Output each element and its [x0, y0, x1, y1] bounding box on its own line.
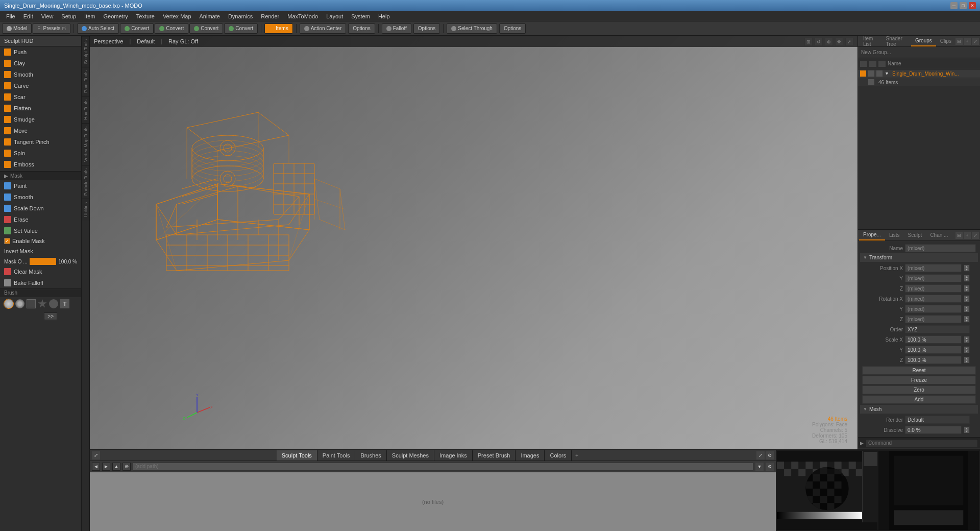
maximize-button[interactable]: □ — [960, 2, 967, 9]
sub-eye[interactable] — [868, 79, 874, 85]
path-up-btn[interactable]: ▲ — [112, 463, 120, 471]
panel-icon-1[interactable]: ⊞ — [955, 38, 963, 45]
vp-reset-btn[interactable]: ↺ — [815, 38, 823, 46]
path-back-btn[interactable]: ◄ — [92, 463, 100, 471]
brush-solid[interactable] — [4, 299, 13, 308]
tab-groups[interactable]: Groups — [911, 36, 936, 46]
menu-item[interactable]: Item — [80, 12, 99, 20]
position-x-stepper[interactable]: ▲ ▼ — [964, 264, 970, 272]
group-fold-icon[interactable]: ▼ — [885, 71, 889, 76]
bake-falloff-item[interactable]: Bake Falloff — [0, 277, 81, 288]
tool-smudge[interactable]: Smudge — [0, 114, 81, 125]
select-through-button[interactable]: Select Through — [447, 23, 497, 34]
props-icon-1[interactable]: ⊞ — [955, 232, 963, 239]
clear-mask-item[interactable]: Clear Mask — [0, 266, 81, 277]
path-settings[interactable]: ⚙ — [766, 463, 774, 471]
options-button-1[interactable]: Options — [348, 23, 375, 34]
tool-tangent-pinch[interactable]: Tangent Pinch — [0, 136, 81, 148]
menu-help[interactable]: Help — [374, 12, 394, 20]
menu-dynamics[interactable]: Dynamics — [224, 12, 257, 20]
falloff-button[interactable]: Falloff — [382, 23, 411, 34]
tool-set-value[interactable]: Set Value — [0, 225, 81, 236]
tool-scar[interactable]: Scar — [0, 91, 81, 103]
rotation-y-stepper[interactable]: ▲▼ — [964, 305, 970, 312]
close-button[interactable]: ✕ — [969, 2, 976, 9]
position-y-stepper[interactable]: ▲▼ — [964, 275, 970, 282]
zero-button[interactable]: Zero — [862, 385, 976, 394]
btab-image-inks[interactable]: Image Inks — [434, 450, 473, 461]
btab-sculpt-meshes[interactable]: Sculpt Meshes — [387, 450, 434, 461]
tool-erase[interactable]: Erase — [0, 214, 81, 225]
scale-z-stepper[interactable]: ▲▼ — [964, 356, 970, 364]
order-value[interactable]: XYZ — [905, 325, 970, 333]
col-render[interactable] — [869, 61, 876, 67]
rotation-x-stepper[interactable]: ▲▼ — [964, 295, 970, 302]
position-y-value[interactable]: (mixed) — [905, 274, 962, 282]
new-group-bar[interactable]: New Group... — [858, 47, 980, 58]
tool-scale-down[interactable]: Scale Down — [0, 203, 81, 214]
freeze-button[interactable]: Freeze — [862, 376, 976, 384]
brush-square[interactable] — [27, 299, 36, 308]
scroll-right-btn[interactable]: >> — [44, 312, 57, 320]
scale-z-value[interactable]: 100.0 % — [905, 356, 962, 364]
menu-animate[interactable]: Animate — [195, 12, 224, 20]
strip-tab-utilities[interactable]: Utilities — [82, 199, 89, 220]
col-lock[interactable] — [878, 61, 886, 67]
vp-fit-btn[interactable]: ⊞ — [804, 38, 813, 46]
convert-button-4[interactable]: Convert — [224, 23, 258, 34]
menu-texture[interactable]: Texture — [132, 12, 159, 20]
rotation-y-value[interactable]: (mixed) — [905, 305, 962, 313]
scale-y-value[interactable]: 100.0 % — [905, 346, 962, 354]
menu-file[interactable]: File — [2, 12, 19, 20]
menu-setup[interactable]: Setup — [57, 12, 80, 20]
tab-channels[interactable]: Chan ... — [926, 230, 952, 240]
brush-soft[interactable] — [15, 299, 24, 308]
menu-edit[interactable]: Edit — [19, 12, 37, 20]
menu-system[interactable]: System — [347, 12, 374, 20]
vp-expand-btn[interactable]: ⤢ — [845, 38, 853, 46]
position-x-value[interactable]: (mixed) — [905, 264, 962, 272]
viewport[interactable]: Perspective | Default | Ray GL: Off ⊞ ↺ … — [90, 36, 857, 449]
action-center-button[interactable]: Action Center — [300, 23, 347, 34]
position-z-stepper[interactable]: ▲▼ — [964, 285, 970, 292]
menu-layout[interactable]: Layout — [322, 12, 347, 20]
add-tab-btn[interactable]: + — [572, 450, 582, 461]
group-eye-icon[interactable] — [860, 70, 866, 77]
rotation-z-value[interactable]: (mixed) — [905, 315, 962, 323]
mask-section-header[interactable]: ▶ Mask — [0, 171, 81, 180]
tool-spin[interactable]: Spin — [0, 148, 81, 159]
reset-button[interactable]: Reset — [862, 366, 976, 375]
btab-icon-2[interactable]: ⚙ — [766, 451, 774, 460]
props-icon-expand[interactable]: ⤢ — [972, 232, 979, 239]
options-button-2[interactable]: Options — [413, 23, 440, 34]
tool-push[interactable]: Push — [0, 46, 81, 58]
scale-x-stepper[interactable]: ▲▼ — [964, 336, 970, 343]
tool-move[interactable]: Move — [0, 125, 81, 136]
convert-button-3[interactable]: Convert — [189, 23, 223, 34]
btab-sculpt-tools[interactable]: Sculpt Tools — [277, 450, 317, 461]
command-input[interactable] — [866, 439, 978, 447]
preview-thumb-2[interactable] — [878, 451, 979, 530]
brush-star[interactable] — [38, 299, 47, 308]
rotation-x-value[interactable]: (mixed) — [905, 295, 962, 303]
scale-y-stepper[interactable]: ▲▼ — [964, 346, 970, 353]
presets-button[interactable]: Fi Presets Fi — [33, 23, 70, 34]
vp-zoom-btn[interactable]: ⊕ — [825, 38, 833, 46]
options-button-3[interactable]: Options — [499, 23, 526, 34]
dissolve-stepper[interactable]: ▲▼ — [964, 426, 970, 433]
tool-smooth[interactable]: Smooth — [0, 69, 81, 80]
brush-text[interactable]: T — [60, 299, 69, 308]
convert-button-2[interactable]: Convert — [155, 23, 188, 34]
name-input[interactable]: (mixed) — [905, 244, 976, 252]
preview-thumb-1[interactable] — [777, 451, 877, 530]
path-forward-btn[interactable]: ► — [102, 463, 110, 471]
strip-tab-sculpt[interactable]: Sculpt Tools — [82, 36, 89, 67]
menu-view[interactable]: View — [37, 12, 58, 20]
position-z-value[interactable]: (mixed) — [905, 284, 962, 293]
path-add-btn[interactable]: ⊕ — [122, 463, 131, 471]
strip-tab-particle[interactable]: Particle Tools — [82, 165, 89, 199]
thumb-item[interactable] — [864, 452, 877, 466]
tab-sculpt[interactable]: Sculpt — [904, 230, 926, 240]
path-input[interactable] — [133, 463, 753, 471]
brush-custom[interactable] — [49, 299, 58, 308]
